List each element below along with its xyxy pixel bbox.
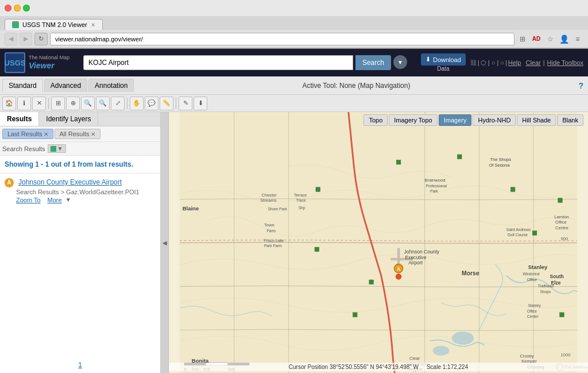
- search-input[interactable]: [83, 55, 353, 70]
- layer-tab-topo[interactable]: Topo: [363, 114, 388, 126]
- tab-standard[interactable]: Standard: [2, 79, 43, 92]
- zoom-to-link[interactable]: Zoom To: [16, 197, 41, 203]
- bookmark-icon[interactable]: ☆: [544, 33, 556, 45]
- search-button[interactable]: Search: [355, 55, 391, 70]
- app-header: USGS The National Map Viewer Search ▼ ⬇ …: [0, 49, 588, 76]
- svg-text:Trace: Trace: [296, 198, 306, 202]
- zoom-out-tool-button[interactable]: 🔍: [96, 97, 110, 110]
- download-icon: ⬇: [425, 56, 431, 63]
- tab-annotation[interactable]: Annotation: [88, 79, 134, 92]
- tab-results[interactable]: Results: [0, 112, 39, 126]
- svg-point-62: [396, 274, 401, 279]
- browser-tab[interactable]: USGS TNM 2.0 Viewer ✕: [5, 19, 103, 30]
- svg-text:Shore Park: Shore Park: [268, 207, 288, 211]
- layer-tab-blank[interactable]: Blank: [557, 114, 583, 126]
- filter-label: Search Results: [2, 145, 45, 152]
- hide-toolbox-link[interactable]: Hide Toolbox: [547, 59, 583, 66]
- separator1: [48, 98, 49, 109]
- filter-dropdown[interactable]: ▼: [48, 144, 66, 153]
- adblock-icon[interactable]: AD: [531, 33, 542, 45]
- all-results-close-icon[interactable]: ✕: [91, 131, 95, 137]
- close-window-button[interactable]: [5, 5, 11, 11]
- browser-chrome: USGS TNM 2.0 Viewer ✕ ◀ ▶ ↻ viewer.natio…: [0, 0, 588, 49]
- draw-tool-button[interactable]: ✎: [179, 97, 192, 110]
- sub-tab-last-results[interactable]: Last Results ✕: [2, 129, 53, 139]
- svg-text:Johnson County: Johnson County: [404, 249, 440, 255]
- tab-advanced[interactable]: Advanced: [44, 79, 87, 92]
- back-button[interactable]: ◀: [5, 33, 17, 45]
- svg-text:Blaine: Blaine: [183, 205, 199, 212]
- svg-text:South: South: [550, 274, 564, 279]
- clear-link[interactable]: Clear: [525, 59, 540, 66]
- home-tool-button[interactable]: 🏠: [2, 97, 16, 110]
- viewer-title: Viewer: [29, 61, 69, 71]
- panel-collapse-handle[interactable]: ◀: [161, 112, 169, 373]
- reload-button[interactable]: ↻: [34, 33, 48, 45]
- measure-tool-button[interactable]: 📏: [160, 97, 173, 110]
- separator3: [176, 98, 176, 109]
- pagination[interactable]: 1: [0, 356, 160, 373]
- zoom-in-tool-button[interactable]: 🔍: [81, 97, 95, 110]
- chain-icon: ⛓: [470, 59, 477, 66]
- more-link[interactable]: More: [48, 197, 62, 203]
- download-data-button[interactable]: ⬇ Download: [421, 53, 466, 66]
- svg-text:Of Sedona: Of Sedona: [489, 163, 510, 168]
- tab-identify-layers[interactable]: Identify Layers: [39, 112, 98, 126]
- separator1: |: [478, 59, 479, 66]
- last-results-close-icon[interactable]: ✕: [44, 131, 48, 137]
- filter-bar: Search Results ▼: [0, 142, 160, 156]
- svg-text:Shp: Shp: [299, 206, 305, 210]
- svg-text:Office: Office: [555, 220, 567, 225]
- map-container: Morse Stanley Bonita Blaine Johnson Coun…: [169, 112, 588, 373]
- more-dropdown-icon[interactable]: ▼: [65, 197, 71, 203]
- sub-tab-all-results[interactable]: All Results ✕: [55, 129, 100, 139]
- layer-tab-hillshade[interactable]: Hill Shade: [517, 114, 556, 126]
- address-text: viewer.nationalmap.gov/viewer/: [55, 36, 143, 43]
- pan-tool-button[interactable]: ✋: [130, 97, 144, 110]
- extensions-icon[interactable]: ⊞: [517, 33, 528, 45]
- svg-text:Farm: Farm: [267, 229, 276, 233]
- svg-rect-8: [510, 187, 515, 192]
- address-bar[interactable]: viewer.nationalmap.gov/viewer/: [50, 33, 514, 45]
- filter-dropdown-icon[interactable]: ▼: [57, 145, 63, 152]
- menu-icon[interactable]: ≡: [572, 33, 583, 45]
- maximize-window-button[interactable]: [23, 5, 30, 11]
- separator2: ⬡ | ○ | ○: [481, 59, 504, 67]
- svg-text:Stanley: Stanley: [528, 303, 541, 308]
- toolbar-help-icon[interactable]: ?: [578, 81, 583, 90]
- locate-tool-button[interactable]: ⊕: [66, 97, 80, 110]
- layer-tool-button[interactable]: ⊞: [51, 97, 65, 110]
- info-tool-button[interactable]: ℹ: [17, 97, 31, 110]
- profile-icon[interactable]: 👤: [558, 33, 570, 45]
- clear-tool-button[interactable]: ✕: [32, 97, 46, 110]
- identify-tool-button[interactable]: 💬: [145, 97, 158, 110]
- list-item: A Johnson County Executive Airport Searc…: [5, 178, 156, 203]
- svg-rect-12: [353, 313, 357, 317]
- svg-text:Centre: Centre: [555, 225, 568, 230]
- svg-text:Airport: Airport: [408, 260, 423, 266]
- tab-close-button[interactable]: ✕: [91, 22, 95, 28]
- result-link[interactable]: Johnson County Executive Airport: [18, 178, 122, 186]
- left-panel: Results Identify Layers Last Results ✕ A…: [0, 112, 161, 373]
- forward-button[interactable]: ▶: [20, 33, 32, 45]
- separator2: [127, 98, 127, 109]
- svg-text:Town: Town: [264, 222, 274, 228]
- full-extent-button[interactable]: ⤢: [111, 97, 125, 110]
- svg-rect-14: [532, 231, 537, 236]
- minimize-window-button[interactable]: [14, 5, 21, 11]
- layer-tab-imagery-topo[interactable]: Imagery Topo: [389, 114, 437, 126]
- svg-text:Stanley: Stanley: [528, 264, 548, 270]
- search-options-icon: ▼: [397, 59, 403, 66]
- export-tool-button[interactable]: ⬇: [194, 97, 207, 110]
- search-options-button[interactable]: ▼: [393, 55, 407, 69]
- map-area[interactable]: Morse Stanley Bonita Blaine Johnson Coun…: [169, 112, 588, 373]
- svg-rect-7: [457, 155, 462, 159]
- svg-text:Frisco Lake: Frisco Lake: [264, 239, 284, 243]
- layer-tab-imagery[interactable]: Imagery: [439, 114, 472, 126]
- topo-map[interactable]: Morse Stanley Bonita Blaine Johnson Coun…: [169, 112, 588, 373]
- traffic-lights: [5, 5, 30, 11]
- help-link[interactable]: Help: [508, 59, 521, 66]
- svg-text:Saint Andrews: Saint Andrews: [506, 228, 531, 232]
- svg-rect-9: [558, 198, 563, 203]
- layer-tab-hydro[interactable]: Hydro-NHD: [473, 114, 516, 126]
